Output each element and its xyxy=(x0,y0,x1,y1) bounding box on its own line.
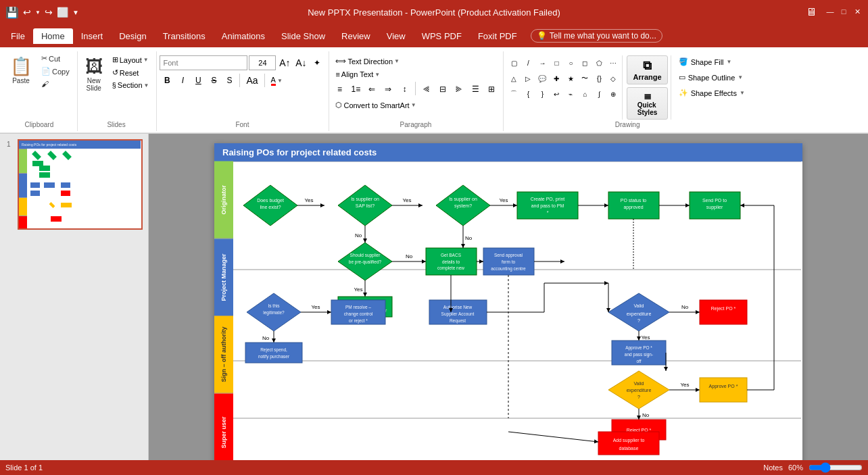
numbered-list-button[interactable]: 1≡ xyxy=(348,82,363,97)
maximize-button[interactable]: □ xyxy=(838,6,849,17)
underline-button[interactable]: U xyxy=(191,73,206,88)
slide-thumbnail-1[interactable]: Raising POs for project related costs xyxy=(18,139,143,230)
font-size-small[interactable]: Aa xyxy=(243,74,261,87)
slide-canvas[interactable]: Raising POs for project related costs Or… xyxy=(149,134,868,475)
text-direction-button[interactable]: ⟺ Text Direction ▼ xyxy=(332,55,403,67)
close-button[interactable]: ✕ xyxy=(852,6,863,17)
menu-foxit-pdf[interactable]: Foxit PDF xyxy=(470,28,525,44)
align-text-button[interactable]: ≡ Align Text ▼ xyxy=(332,69,383,80)
shape-cross[interactable]: ✚ xyxy=(549,71,564,86)
shape-lbrace[interactable]: { xyxy=(521,86,535,101)
paste-button[interactable]: 📋 Paste xyxy=(5,53,37,88)
minimize-button[interactable]: — xyxy=(825,6,836,17)
shape-misc5[interactable]: ⊕ xyxy=(606,86,621,101)
shape-pentagon[interactable]: ⬠ xyxy=(592,55,606,70)
menu-home[interactable]: Home xyxy=(33,28,73,44)
shape-ellipse[interactable]: ○ xyxy=(563,55,578,70)
shape-rbrace[interactable]: } xyxy=(535,86,550,101)
format-painter-button[interactable]: 🖌 xyxy=(38,78,73,89)
columns-button[interactable]: ⊞ xyxy=(484,82,499,97)
font-size-input[interactable] xyxy=(249,55,276,70)
shape-square[interactable]: ◻ xyxy=(577,55,592,70)
svg-text:legitimate?: legitimate? xyxy=(263,310,285,316)
shape-arrow[interactable]: → xyxy=(535,55,550,70)
layout-button[interactable]: ⊞ Layout ▼ xyxy=(109,54,153,66)
quick-access-toolbar[interactable]: 💾 ↩ ▼ ↪ ⬜ ▼ xyxy=(5,6,79,19)
decrease-indent-button[interactable]: ⇐ xyxy=(364,82,379,97)
shape-star[interactable]: ★ xyxy=(563,71,578,86)
reset-button[interactable]: ↺ Reset xyxy=(109,67,153,78)
shape-more[interactable]: ⋯ xyxy=(606,55,621,70)
shape-select[interactable]: ▢ xyxy=(506,55,521,70)
window-controls[interactable]: 🖥 — □ ✕ xyxy=(806,6,863,18)
svg-text:Should supplier: Should supplier xyxy=(350,253,381,258)
svg-text:Valid: Valid xyxy=(633,303,644,308)
copy-button[interactable]: 📄 Copy xyxy=(38,66,73,77)
new-slide-button[interactable]: 🖼 NewSlide xyxy=(80,53,107,95)
shape-rtarrow[interactable]: ▷ xyxy=(521,71,535,86)
menu-design[interactable]: Design xyxy=(111,28,154,44)
font-increase-button[interactable]: A↑ xyxy=(277,55,292,70)
shape-rect[interactable]: □ xyxy=(549,55,564,70)
shape-line[interactable]: / xyxy=(521,55,535,70)
menu-review[interactable]: Review xyxy=(333,28,379,44)
shape-triangle[interactable]: △ xyxy=(506,71,521,86)
tell-me-text[interactable]: Tell me what you want to do... xyxy=(550,31,656,41)
menu-view[interactable]: View xyxy=(379,28,414,44)
quick-styles-button[interactable]: ≣ QuickStyles xyxy=(627,87,667,120)
shape-misc4[interactable]: ∫ xyxy=(592,86,606,101)
save-icon[interactable]: 💾 xyxy=(5,6,19,19)
menu-animations[interactable]: Animations xyxy=(214,28,273,44)
align-center-button[interactable]: ⊟ xyxy=(435,82,450,97)
shape-effects-button[interactable]: ✨ Shape Effects ▼ xyxy=(675,86,748,99)
section-button[interactable]: § Section ▼ xyxy=(109,80,153,91)
menu-transitions[interactable]: Transitions xyxy=(155,28,214,44)
shape-misc2[interactable]: ⌁ xyxy=(563,86,578,101)
italic-button[interactable]: I xyxy=(175,73,190,88)
shape-outline-button[interactable]: ▭ Shape Outline ▼ xyxy=(675,71,748,84)
font-decrease-button[interactable]: A↓ xyxy=(293,55,308,70)
cut-button[interactable]: ✂ Cut xyxy=(38,53,73,64)
customize-icon[interactable]: ⬜ xyxy=(57,7,68,18)
svg-text:Send approval: Send approval xyxy=(494,253,523,258)
shape-misc[interactable]: ↩ xyxy=(549,86,564,101)
shape-callout[interactable]: 💬 xyxy=(535,71,550,86)
undo-icon[interactable]: ↩ xyxy=(23,7,31,18)
font-color-button[interactable]: A ▼ xyxy=(268,74,286,87)
align-left-button[interactable]: ⫷ xyxy=(419,82,434,97)
strikethrough-button[interactable]: S xyxy=(206,73,221,88)
shape-curly[interactable]: ⌒ xyxy=(506,86,521,101)
increase-indent-button[interactable]: ⇒ xyxy=(381,82,395,97)
align-right-button[interactable]: ⫸ xyxy=(452,82,466,97)
tell-me-box[interactable]: 💡 Tell me what you want to do... xyxy=(531,29,662,43)
zoom-slider[interactable] xyxy=(809,463,863,472)
notes-button[interactable]: Notes xyxy=(763,464,783,472)
shape-brace[interactable]: {} xyxy=(592,71,606,86)
shape-fill-button[interactable]: 🪣 Shape Fill ▼ xyxy=(675,55,748,68)
arrange-button[interactable]: ⧉ Arrange xyxy=(627,55,667,84)
shadow-button[interactable]: S xyxy=(222,73,237,88)
convert-smartart-button[interactable]: ⬡ Convert to SmartArt ▼ xyxy=(332,99,419,111)
effects-icon: ✨ xyxy=(679,89,688,97)
redo-icon[interactable]: ↪ xyxy=(45,7,53,18)
clear-format-button[interactable]: ✦ xyxy=(310,55,324,70)
menu-wps-pdf[interactable]: WPS PDF xyxy=(414,28,470,44)
extra-icon[interactable]: ▼ xyxy=(72,9,79,16)
menu-file[interactable]: File xyxy=(3,28,33,44)
line-spacing-button[interactable]: ↕ xyxy=(397,82,412,97)
undo-dropdown-icon[interactable]: ▼ xyxy=(35,9,41,16)
align-justify-button[interactable]: ☰ xyxy=(468,82,483,97)
slides-panel[interactable]: 1 Raising POs for project related costs xyxy=(0,134,149,475)
align-text-label: Align Text xyxy=(341,70,374,78)
menu-slideshow[interactable]: Slide Show xyxy=(273,28,333,44)
shape-effects-label: Shape Effects xyxy=(691,89,737,97)
shape-misc3[interactable]: ⌂ xyxy=(577,86,592,101)
shape-wave[interactable]: 〜 xyxy=(577,71,592,86)
font-name-input[interactable] xyxy=(160,55,247,70)
slide-number-1: 1 xyxy=(7,141,11,148)
bullets-button[interactable]: ≡ xyxy=(332,82,347,97)
menu-insert[interactable]: Insert xyxy=(73,28,112,44)
bold-button[interactable]: B xyxy=(160,73,174,88)
shape-diamond[interactable]: ◇ xyxy=(606,71,621,86)
svg-text:Supplier Account: Supplier Account xyxy=(441,311,475,317)
